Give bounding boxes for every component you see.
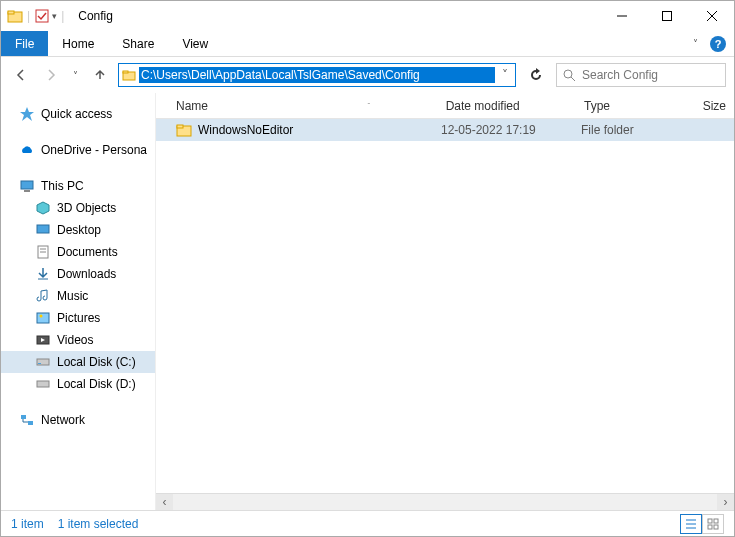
svg-rect-25 (28, 421, 33, 425)
download-icon (35, 266, 51, 282)
file-list: WindowsNoEditor 12-05-2022 17:19 File fo… (156, 119, 734, 493)
svg-rect-18 (37, 313, 49, 323)
file-type: File folder (581, 123, 701, 137)
navigation-pane: Quick access OneDrive - Persona This PC … (1, 93, 156, 510)
column-date-modified[interactable]: Date modified (438, 99, 576, 113)
scroll-left-icon[interactable]: ‹ (156, 494, 173, 511)
history-dropdown[interactable]: ˅ (69, 70, 82, 81)
sidebar-label: 3D Objects (57, 201, 116, 215)
search-placeholder: Search Config (582, 68, 658, 82)
file-name: WindowsNoEditor (198, 123, 293, 137)
file-tab[interactable]: File (1, 31, 48, 56)
refresh-button[interactable] (522, 63, 550, 87)
svg-rect-13 (37, 225, 49, 233)
file-date: 12-05-2022 17:19 (441, 123, 581, 137)
sidebar-item-3d-objects[interactable]: 3D Objects (1, 197, 155, 219)
sidebar-label: Pictures (57, 311, 100, 325)
separator: | (25, 9, 32, 23)
tab-home[interactable]: Home (48, 31, 108, 56)
svg-rect-8 (123, 71, 128, 73)
sidebar-item-documents[interactable]: Documents (1, 241, 155, 263)
pictures-icon (35, 310, 51, 326)
sidebar-item-network[interactable]: Network (1, 409, 155, 431)
address-folder-icon (119, 68, 139, 82)
sidebar-item-local-disk-c[interactable]: Local Disk (C:) (1, 351, 155, 373)
sidebar-label: This PC (41, 179, 84, 193)
sidebar-item-onedrive[interactable]: OneDrive - Persona (1, 139, 155, 161)
properties-icon[interactable] (34, 8, 50, 24)
svg-rect-27 (177, 125, 183, 128)
svg-rect-1 (8, 11, 14, 14)
separator: | (59, 9, 66, 23)
file-row[interactable]: WindowsNoEditor 12-05-2022 17:19 File fo… (156, 119, 734, 141)
svg-rect-33 (708, 525, 712, 529)
svg-rect-34 (714, 525, 718, 529)
qat: | ▾ | (1, 8, 72, 24)
sidebar-label: Network (41, 413, 85, 427)
svg-rect-23 (37, 381, 49, 387)
pc-icon (19, 178, 35, 194)
cloud-icon (19, 142, 35, 158)
sidebar-item-local-disk-d[interactable]: Local Disk (D:) (1, 373, 155, 395)
star-icon (19, 106, 35, 122)
music-icon (35, 288, 51, 304)
content-area: Quick access OneDrive - Persona This PC … (1, 93, 734, 510)
svg-rect-11 (21, 181, 33, 189)
svg-rect-24 (21, 415, 26, 419)
status-bar: 1 item 1 item selected (1, 510, 734, 536)
svg-point-19 (40, 315, 43, 318)
disk-icon (35, 376, 51, 392)
scroll-right-icon[interactable]: › (717, 494, 734, 511)
up-button[interactable] (88, 63, 112, 87)
svg-line-10 (571, 77, 575, 81)
disk-icon (35, 354, 51, 370)
help-icon[interactable]: ? (710, 36, 726, 52)
desktop-icon (35, 222, 51, 238)
status-selected: 1 item selected (58, 517, 139, 531)
tab-share[interactable]: Share (108, 31, 168, 56)
column-size[interactable]: Size (695, 99, 734, 113)
column-name[interactable]: Nameˆ (156, 99, 438, 113)
sidebar-label: Desktop (57, 223, 101, 237)
sidebar-label: Quick access (41, 107, 112, 121)
svg-rect-32 (714, 519, 718, 523)
sidebar-item-pictures[interactable]: Pictures (1, 307, 155, 329)
search-input[interactable]: Search Config (556, 63, 726, 87)
large-icons-view-button[interactable] (702, 514, 724, 534)
address-bar[interactable]: C:\Users\Dell\AppData\Local\TslGame\Save… (118, 63, 516, 87)
close-button[interactable] (689, 1, 734, 31)
maximize-button[interactable] (644, 1, 689, 31)
svg-rect-22 (38, 363, 41, 364)
column-label: Name (176, 99, 208, 113)
title-bar: | ▾ | Config (1, 1, 734, 31)
address-path[interactable]: C:\Users\Dell\AppData\Local\TslGame\Save… (139, 67, 495, 83)
forward-button[interactable] (39, 63, 63, 87)
videos-icon (35, 332, 51, 348)
sidebar-item-music[interactable]: Music (1, 285, 155, 307)
ribbon-expand-icon[interactable]: ˅ (689, 38, 702, 49)
sidebar-item-this-pc[interactable]: This PC (1, 175, 155, 197)
sidebar-item-quick-access[interactable]: Quick access (1, 103, 155, 125)
sidebar-label: Videos (57, 333, 93, 347)
sidebar-item-desktop[interactable]: Desktop (1, 219, 155, 241)
sidebar-label: Local Disk (D:) (57, 377, 136, 391)
address-dropdown[interactable]: ˅ (495, 68, 515, 82)
sidebar-label: Downloads (57, 267, 116, 281)
column-type[interactable]: Type (576, 99, 695, 113)
document-icon (35, 244, 51, 260)
horizontal-scrollbar[interactable]: ‹ › (156, 493, 734, 510)
svg-rect-4 (662, 12, 671, 21)
back-button[interactable] (9, 63, 33, 87)
sort-ascending-icon: ˆ (367, 101, 370, 110)
svg-rect-2 (36, 10, 48, 22)
minimize-button[interactable] (599, 1, 644, 31)
details-view-button[interactable] (680, 514, 702, 534)
tab-view[interactable]: View (168, 31, 222, 56)
sidebar-item-downloads[interactable]: Downloads (1, 263, 155, 285)
ribbon: File Home Share View ˅ ? (1, 31, 734, 57)
folder-icon (7, 8, 23, 24)
column-headers: Nameˆ Date modified Type Size (156, 93, 734, 119)
qat-dropdown[interactable]: ▾ (52, 11, 57, 21)
sidebar-item-videos[interactable]: Videos (1, 329, 155, 351)
svg-rect-12 (24, 190, 30, 192)
